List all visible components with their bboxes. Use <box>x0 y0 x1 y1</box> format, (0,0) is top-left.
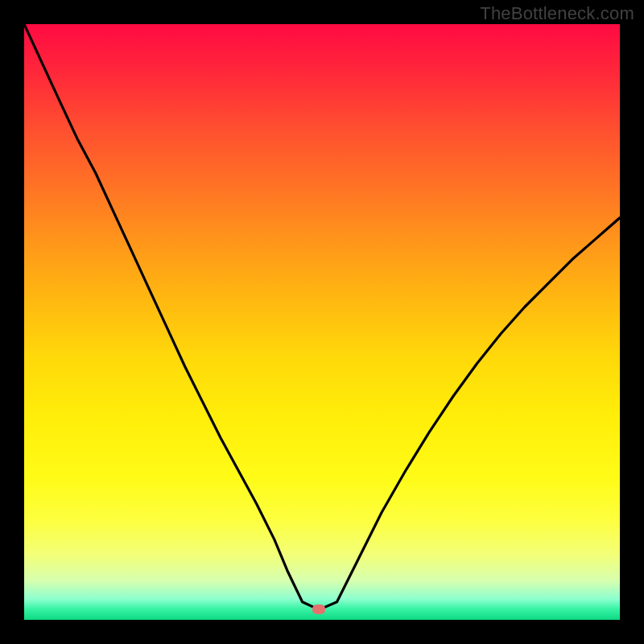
watermark-text: TheBottleneck.com <box>480 3 634 24</box>
background-gradient <box>24 24 620 620</box>
plot-area <box>24 24 620 620</box>
chart-frame: TheBottleneck.com <box>0 0 644 644</box>
optimal-marker <box>312 605 325 614</box>
